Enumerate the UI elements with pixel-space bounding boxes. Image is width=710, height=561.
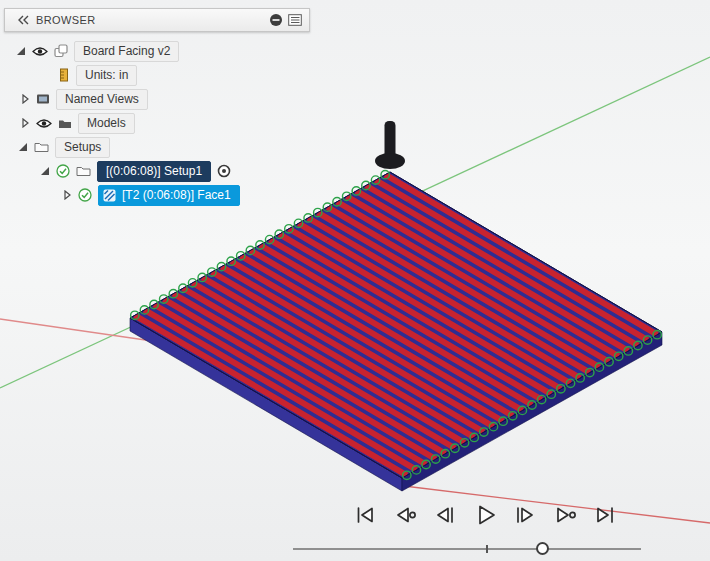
tree-row-setup1[interactable]: [(0:06:08)] Setup1 [4,159,310,183]
play-button[interactable] [472,503,498,527]
operation-valid-check-icon [78,188,92,202]
step-backward-button[interactable] [432,503,458,527]
collapsed-arrow-icon[interactable] [20,118,30,128]
tree-row-models[interactable]: Models [4,111,310,135]
browser-header[interactable]: BROWSER [4,8,310,32]
tree-row-face1[interactable]: [T2 (0:06:08)] Face1 [4,183,310,207]
tool-holder [375,153,405,169]
remove-panel-icon[interactable] [269,13,283,27]
tree-row-setups[interactable]: Setups [4,135,310,159]
setups-folder-icon [34,141,49,153]
play-icon [472,503,498,527]
expand-arrow-icon[interactable] [18,142,28,152]
expand-arrow-icon[interactable] [16,46,26,56]
timeline-track[interactable] [293,548,641,550]
step-forward-button[interactable] [512,503,538,527]
go-to-beginning-icon [352,504,378,526]
browser-tree: Board Facing v2 Units: in Named Views [4,39,310,207]
expand-arrow-icon[interactable] [40,166,50,176]
tree-label-document[interactable]: Board Facing v2 [74,41,179,62]
go-to-end-icon [592,504,618,526]
tree-row-named-views[interactable]: Named Views [4,87,310,111]
tree-label-units[interactable]: Units: in [76,65,137,86]
tree-label-face1-text: [T2 (0:06:08)] Face1 [122,188,231,203]
step-forward-icon [512,504,538,526]
previous-operation-button[interactable] [392,503,418,527]
next-operation-button[interactable] [552,503,578,527]
timeline-handle[interactable] [536,542,549,555]
browser-panel: BROWSER Board Facing v2 Units: in [4,8,310,207]
tree-label-named-views[interactable]: Named Views [56,89,148,110]
named-views-icon [36,93,50,105]
units-ruler-icon [58,68,70,82]
collapsed-arrow-icon[interactable] [62,190,72,200]
simulation-playback-controls [352,503,618,527]
step-backward-icon [432,504,458,526]
tree-label-setups[interactable]: Setups [55,137,110,158]
operation-valid-check-icon [56,164,70,178]
tree-row-document[interactable]: Board Facing v2 [4,39,310,63]
collapse-panel-icon[interactable] [17,15,29,25]
go-to-end-button[interactable] [592,503,618,527]
tree-row-units[interactable]: Units: in [4,63,310,87]
tree-label-face1[interactable]: [T2 (0:06:08)] Face1 [98,185,240,206]
tree-label-models[interactable]: Models [78,113,135,134]
component-icon [54,44,68,58]
browser-title: BROWSER [36,14,264,26]
visibility-eye-icon[interactable] [36,118,52,129]
next-operation-icon [552,504,578,526]
visibility-eye-icon[interactable] [32,46,48,57]
go-to-beginning-button[interactable] [352,503,378,527]
panel-menu-icon[interactable] [288,14,302,26]
models-folder-icon [58,118,72,129]
tree-label-setup1[interactable]: [(0:06:08)] Setup1 [97,161,211,182]
collapsed-arrow-icon[interactable] [20,94,30,104]
active-setup-radio-icon[interactable] [217,164,231,178]
facing-toolpath-icon [103,189,116,202]
simulation-timeline[interactable] [293,542,641,556]
timeline-marker [486,545,488,553]
setup-folder-icon [76,165,91,177]
previous-operation-icon [392,504,418,526]
